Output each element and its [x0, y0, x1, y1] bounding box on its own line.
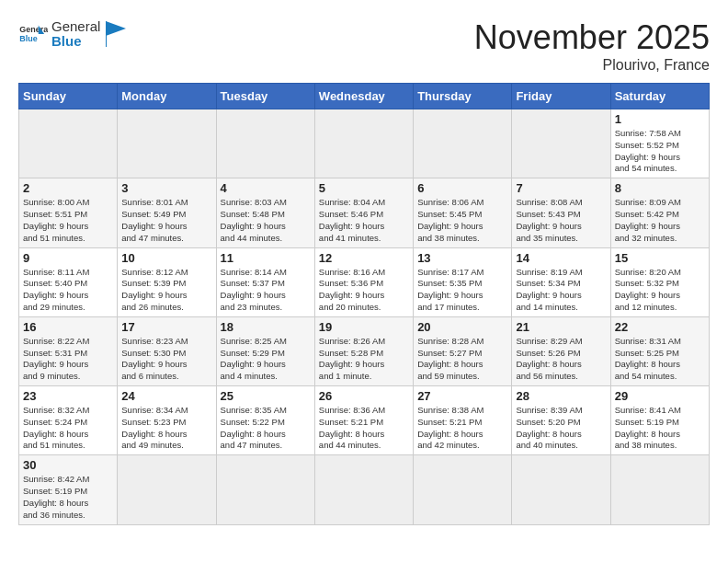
- logo: General Blue General Blue: [18, 18, 126, 50]
- day-number: 17: [121, 320, 211, 334]
- calendar-cell: 2Sunrise: 8:00 AM Sunset: 5:51 PM Daylig…: [19, 178, 118, 247]
- calendar-cell: 25Sunrise: 8:35 AM Sunset: 5:22 PM Dayli…: [216, 386, 314, 455]
- location: Plourivo, France: [474, 57, 710, 74]
- calendar-cell: [216, 455, 314, 524]
- day-info: Sunrise: 8:29 AM Sunset: 5:26 PM Dayligh…: [516, 336, 606, 383]
- col-wednesday: Wednesday: [314, 84, 413, 109]
- day-info: Sunrise: 8:03 AM Sunset: 5:48 PM Dayligh…: [221, 197, 311, 244]
- day-number: 14: [516, 251, 606, 265]
- calendar-cell: 29Sunrise: 8:41 AM Sunset: 5:19 PM Dayli…: [610, 386, 709, 455]
- calendar-cell: [610, 455, 709, 524]
- calendar-cell: 27Sunrise: 8:38 AM Sunset: 5:21 PM Dayli…: [414, 386, 512, 455]
- svg-text:Blue: Blue: [19, 34, 37, 43]
- calendar-cell: 4Sunrise: 8:03 AM Sunset: 5:48 PM Daylig…: [216, 178, 314, 247]
- day-info: Sunrise: 8:28 AM Sunset: 5:27 PM Dayligh…: [417, 336, 507, 383]
- day-number: 8: [615, 181, 705, 195]
- calendar-cell: 20Sunrise: 8:28 AM Sunset: 5:27 PM Dayli…: [414, 316, 512, 385]
- calendar-cell: 9Sunrise: 8:11 AM Sunset: 5:40 PM Daylig…: [19, 247, 118, 316]
- day-number: 1: [615, 112, 705, 126]
- day-info: Sunrise: 7:58 AM Sunset: 5:52 PM Dayligh…: [615, 128, 705, 175]
- day-info: Sunrise: 8:00 AM Sunset: 5:51 PM Dayligh…: [23, 197, 113, 244]
- month-title: November 2025: [474, 18, 710, 57]
- calendar-row-4: 23Sunrise: 8:32 AM Sunset: 5:24 PM Dayli…: [19, 386, 710, 455]
- logo-flag-icon: [106, 21, 126, 47]
- day-info: Sunrise: 8:35 AM Sunset: 5:22 PM Dayligh…: [221, 405, 311, 452]
- day-number: 13: [417, 251, 507, 265]
- calendar-cell: [314, 109, 413, 178]
- day-info: Sunrise: 8:41 AM Sunset: 5:19 PM Dayligh…: [615, 405, 705, 452]
- day-number: 26: [319, 389, 409, 403]
- day-info: Sunrise: 8:31 AM Sunset: 5:25 PM Dayligh…: [615, 336, 705, 383]
- calendar-table: Sunday Monday Tuesday Wednesday Thursday…: [18, 83, 710, 525]
- day-info: Sunrise: 8:38 AM Sunset: 5:21 PM Dayligh…: [417, 405, 507, 452]
- calendar-cell: 7Sunrise: 8:08 AM Sunset: 5:43 PM Daylig…: [512, 178, 610, 247]
- day-info: Sunrise: 8:42 AM Sunset: 5:19 PM Dayligh…: [23, 474, 113, 521]
- svg-marker-3: [106, 21, 126, 36]
- calendar-cell: 12Sunrise: 8:16 AM Sunset: 5:36 PM Dayli…: [314, 247, 413, 316]
- day-info: Sunrise: 8:25 AM Sunset: 5:29 PM Dayligh…: [221, 336, 311, 383]
- day-info: Sunrise: 8:23 AM Sunset: 5:30 PM Dayligh…: [121, 336, 211, 383]
- calendar-cell: 6Sunrise: 8:06 AM Sunset: 5:45 PM Daylig…: [414, 178, 512, 247]
- day-number: 6: [417, 181, 507, 195]
- col-thursday: Thursday: [414, 84, 512, 109]
- calendar-cell: 16Sunrise: 8:22 AM Sunset: 5:31 PM Dayli…: [19, 316, 118, 385]
- day-info: Sunrise: 8:34 AM Sunset: 5:23 PM Dayligh…: [121, 405, 211, 452]
- day-number: 29: [615, 389, 705, 403]
- day-info: Sunrise: 8:06 AM Sunset: 5:45 PM Dayligh…: [417, 197, 507, 244]
- calendar-header-row: Sunday Monday Tuesday Wednesday Thursday…: [19, 84, 710, 109]
- calendar-cell: 30Sunrise: 8:42 AM Sunset: 5:19 PM Dayli…: [19, 455, 118, 524]
- calendar-cell: 5Sunrise: 8:04 AM Sunset: 5:46 PM Daylig…: [314, 178, 413, 247]
- calendar-cell: [314, 455, 413, 524]
- day-number: 5: [319, 181, 409, 195]
- calendar-row-0: 1Sunrise: 7:58 AM Sunset: 5:52 PM Daylig…: [19, 109, 710, 178]
- calendar-cell: [414, 109, 512, 178]
- calendar-cell: [512, 455, 610, 524]
- day-info: Sunrise: 8:14 AM Sunset: 5:37 PM Dayligh…: [221, 267, 311, 314]
- day-info: Sunrise: 8:12 AM Sunset: 5:39 PM Dayligh…: [121, 267, 211, 314]
- day-number: 15: [615, 251, 705, 265]
- title-block: November 2025 Plourivo, France: [474, 18, 710, 74]
- day-number: 24: [121, 389, 211, 403]
- calendar-cell: [414, 455, 512, 524]
- day-number: 19: [319, 320, 409, 334]
- page-header: General Blue General Blue November 2025 …: [18, 18, 710, 74]
- day-info: Sunrise: 8:11 AM Sunset: 5:40 PM Dayligh…: [23, 267, 113, 314]
- day-number: 12: [319, 251, 409, 265]
- calendar-row-2: 9Sunrise: 8:11 AM Sunset: 5:40 PM Daylig…: [19, 247, 710, 316]
- day-number: 9: [23, 251, 113, 265]
- day-number: 2: [23, 181, 113, 195]
- day-info: Sunrise: 8:17 AM Sunset: 5:35 PM Dayligh…: [417, 267, 507, 314]
- day-info: Sunrise: 8:36 AM Sunset: 5:21 PM Dayligh…: [319, 405, 409, 452]
- calendar-cell: [19, 109, 118, 178]
- day-info: Sunrise: 8:19 AM Sunset: 5:34 PM Dayligh…: [516, 267, 606, 314]
- calendar-cell: [512, 109, 610, 178]
- day-info: Sunrise: 8:08 AM Sunset: 5:43 PM Dayligh…: [516, 197, 606, 244]
- calendar-row-1: 2Sunrise: 8:00 AM Sunset: 5:51 PM Daylig…: [19, 178, 710, 247]
- calendar-cell: [118, 109, 216, 178]
- calendar-cell: 17Sunrise: 8:23 AM Sunset: 5:30 PM Dayli…: [118, 316, 216, 385]
- calendar-cell: 18Sunrise: 8:25 AM Sunset: 5:29 PM Dayli…: [216, 316, 314, 385]
- calendar-row-5: 30Sunrise: 8:42 AM Sunset: 5:19 PM Dayli…: [19, 455, 710, 524]
- day-number: 10: [121, 251, 211, 265]
- calendar-cell: 13Sunrise: 8:17 AM Sunset: 5:35 PM Dayli…: [414, 247, 512, 316]
- calendar-cell: 22Sunrise: 8:31 AM Sunset: 5:25 PM Dayli…: [610, 316, 709, 385]
- col-monday: Monday: [118, 84, 216, 109]
- day-number: 3: [121, 181, 211, 195]
- calendar-cell: 19Sunrise: 8:26 AM Sunset: 5:28 PM Dayli…: [314, 316, 413, 385]
- col-friday: Friday: [512, 84, 610, 109]
- logo-icon: General Blue: [18, 19, 48, 49]
- day-number: 16: [23, 320, 113, 334]
- calendar-cell: 3Sunrise: 8:01 AM Sunset: 5:49 PM Daylig…: [118, 178, 216, 247]
- day-number: 27: [417, 389, 507, 403]
- calendar-cell: 23Sunrise: 8:32 AM Sunset: 5:24 PM Dayli…: [19, 386, 118, 455]
- day-info: Sunrise: 8:20 AM Sunset: 5:32 PM Dayligh…: [615, 267, 705, 314]
- calendar-cell: [118, 455, 216, 524]
- day-number: 21: [516, 320, 606, 334]
- day-number: 20: [417, 320, 507, 334]
- day-number: 28: [516, 389, 606, 403]
- col-saturday: Saturday: [610, 84, 709, 109]
- day-info: Sunrise: 8:26 AM Sunset: 5:28 PM Dayligh…: [319, 336, 409, 383]
- day-number: 30: [23, 458, 113, 472]
- calendar-cell: 1Sunrise: 7:58 AM Sunset: 5:52 PM Daylig…: [610, 109, 709, 178]
- day-info: Sunrise: 8:39 AM Sunset: 5:20 PM Dayligh…: [516, 405, 606, 452]
